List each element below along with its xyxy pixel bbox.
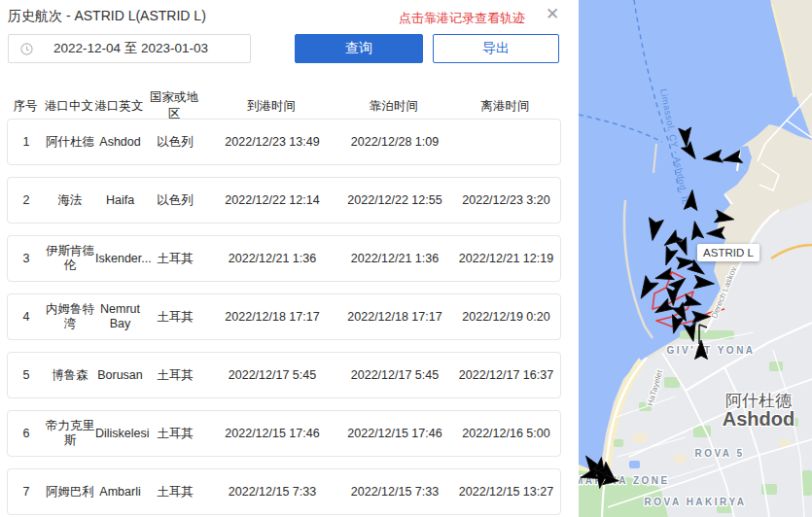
cell-berth: 2022/12/22 12:55 <box>339 193 450 208</box>
cell-berth: 2022/12/15 17:46 <box>339 427 450 441</box>
cell-departure: 2022/12/23 3:20 <box>450 193 562 208</box>
cell-port_en: Iskender... <box>95 252 145 266</box>
cell-port_cn: 内姆鲁特湾 <box>45 302 95 331</box>
cell-port_cn: 博鲁森 <box>45 368 95 383</box>
cell-country: 土耳其 <box>145 485 205 500</box>
query-button[interactable]: 查询 <box>295 34 423 63</box>
cell-berth: 2022/12/18 17:17 <box>339 310 450 325</box>
track-link[interactable]: 点击靠港记录查看轨迹 <box>399 10 525 27</box>
col-country: 国家或地区 <box>144 89 204 122</box>
cell-country: 土耳其 <box>145 252 205 266</box>
date-range-value: 2022-12-04 至 2023-01-03 <box>33 40 250 57</box>
map-pond <box>629 461 640 468</box>
cell-port_cn: 海法 <box>45 193 95 208</box>
district-label-rova5: ROVA 5 <box>694 448 744 459</box>
cell-arrival: 2022/12/17 5:45 <box>205 368 339 383</box>
cell-no: 4 <box>8 310 45 325</box>
district-label-rova-hakirya: ROVA HAKIRYA <box>645 497 747 507</box>
city-label-en: Ashdod <box>723 408 794 430</box>
clock-icon <box>20 43 33 55</box>
cell-port_en: Haifa <box>95 193 145 208</box>
cell-port_cn: 伊斯肯德伦 <box>45 244 95 273</box>
map-canvas[interactable]: Limassol, CY - Ashdod, IL Derech Laskov … <box>579 0 812 517</box>
voyage-row[interactable]: 7阿姆巴利Ambarli土耳其2022/12/15 7:332022/12/15… <box>7 468 561 515</box>
cell-port_cn: 阿什杜德 <box>45 135 95 150</box>
cell-departure: 2022/12/16 5:00 <box>450 427 562 441</box>
cell-departure: 2022/12/19 0:20 <box>450 310 562 325</box>
voyage-row[interactable]: 4内姆鲁特湾Nemrut Bay土耳其2022/12/18 17:172022/… <box>7 293 561 340</box>
cell-arrival: 2022/12/21 1:36 <box>205 252 339 266</box>
cell-country: 土耳其 <box>145 310 205 325</box>
page-title: 历史航次 - ASTRID L(ASTRID L) <box>8 8 206 25</box>
cell-port_en: Ambarli <box>95 485 145 500</box>
voyage-row[interactable]: 6帝力克里斯Diliskelesi土耳其2022/12/15 17:462022… <box>7 410 561 457</box>
cell-arrival: 2022/12/23 13:49 <box>205 135 339 150</box>
col-berth: 靠泊时间 <box>338 98 449 115</box>
district-label-givat-yona: GIV'AT YONA <box>666 345 755 356</box>
cell-port_en: Nemrut Bay <box>95 302 145 331</box>
date-range-input[interactable]: 2022-12-04 至 2023-01-03 <box>8 34 251 63</box>
cell-no: 6 <box>8 427 45 441</box>
close-icon[interactable]: ✕ <box>542 4 563 25</box>
col-port-cn: 港口中文 <box>44 98 94 115</box>
cell-port_en: Ashdod <box>95 135 145 150</box>
cell-country: 土耳其 <box>145 368 205 383</box>
cell-country: 土耳其 <box>145 427 205 441</box>
voyage-panel: 历史航次 - ASTRID L(ASTRID L) 点击靠港记录查看轨迹 ✕ 2… <box>0 0 579 517</box>
cell-port_en: Diliskelesi <box>95 427 145 441</box>
cell-no: 2 <box>8 193 45 208</box>
voyage-row[interactable]: 1阿什杜德Ashdod以色列2022/12/23 13:492022/12/28… <box>7 119 561 165</box>
col-port-en: 港口英文 <box>94 98 144 115</box>
cell-country: 以色列 <box>145 135 205 150</box>
ship-name-label[interactable]: ASTRID L <box>697 244 759 261</box>
cell-berth: 2022/12/21 1:36 <box>339 252 450 266</box>
cell-berth: 2022/12/28 1:09 <box>339 135 450 150</box>
voyage-row[interactable]: 2海法Haifa以色列2022/12/22 12:142022/12/22 12… <box>7 177 561 224</box>
cell-departure: 2022/12/17 16:37 <box>450 368 562 383</box>
cell-berth: 2022/12/15 7:33 <box>339 485 450 500</box>
cell-no: 7 <box>8 485 45 500</box>
cell-port_cn: 阿姆巴利 <box>45 485 95 500</box>
voyage-row[interactable]: 3伊斯肯德伦Iskender...土耳其2022/12/21 1:362022/… <box>7 235 561 282</box>
cell-arrival: 2022/12/18 17:17 <box>205 310 339 325</box>
col-arrival: 到港时间 <box>204 98 338 115</box>
col-departure: 离港时间 <box>449 98 561 115</box>
cell-arrival: 2022/12/15 17:46 <box>205 427 339 441</box>
table-header: 序号 港口中文 港口英文 国家或地区 到港时间 靠泊时间 离港时间 <box>7 89 561 122</box>
export-button[interactable]: 导出 <box>433 34 559 63</box>
cell-departure: 2022/12/21 12:19 <box>450 252 562 266</box>
cell-departure: 2022/12/15 13:27 <box>450 485 562 500</box>
cell-arrival: 2022/12/22 12:14 <box>205 193 339 208</box>
cell-no: 3 <box>8 252 45 266</box>
cell-no: 5 <box>8 368 45 383</box>
cell-country: 以色列 <box>145 193 205 208</box>
cell-port_en: Borusan <box>95 368 145 383</box>
cell-no: 1 <box>8 135 45 150</box>
cell-arrival: 2022/12/15 7:33 <box>205 485 339 500</box>
voyage-row[interactable]: 5博鲁森Borusan土耳其2022/12/17 5:452022/12/17 … <box>7 352 561 398</box>
history-voyage-dialog: 历史航次 - ASTRID L(ASTRID L) 点击靠港记录查看轨迹 ✕ 2… <box>0 0 812 517</box>
voyage-list: 1阿什杜德Ashdod以色列2022/12/23 13:492022/12/28… <box>7 119 561 517</box>
cell-berth: 2022/12/17 5:45 <box>339 368 450 383</box>
cell-port_cn: 帝力克里斯 <box>45 419 95 448</box>
col-seq: 序号 <box>7 98 44 115</box>
